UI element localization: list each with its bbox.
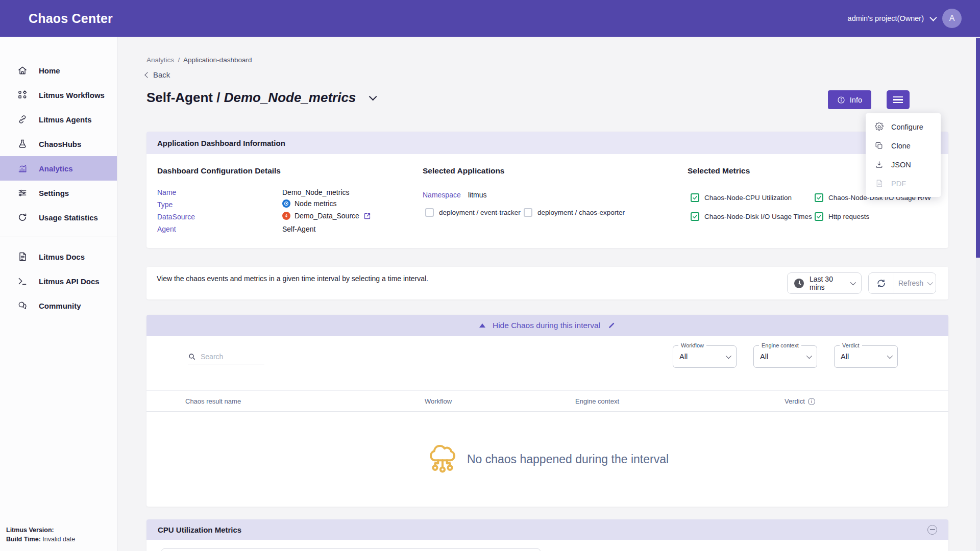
clock-icon — [794, 279, 804, 288]
sidebar-item-label: Analytics — [39, 164, 73, 173]
chevron-left-icon — [144, 72, 150, 78]
namespace-label: Namespace — [423, 191, 461, 199]
sidebar-item-litmus-workflows[interactable]: Litmus Workflows — [0, 83, 117, 107]
search-field — [188, 353, 264, 364]
clone-icon — [875, 141, 884, 150]
empty-message: No chaos happened during the interval — [467, 453, 669, 466]
sidebar-item-litmus-docs[interactable]: Litmus Docs — [0, 244, 117, 269]
chevron-down-icon — [927, 280, 933, 285]
cloud-network-icon — [426, 439, 459, 479]
back-button[interactable]: Back — [145, 70, 170, 79]
build-time-value: Invalid date — [42, 536, 75, 543]
title-chevron-down-icon[interactable] — [369, 93, 377, 101]
collapse-minus-icon[interactable] — [927, 525, 937, 535]
sidebar-item-label: Litmus Docs — [39, 253, 85, 261]
checkbox-event-tracker[interactable]: deployment / event-tracker — [425, 208, 521, 217]
menu-item-clone[interactable]: Clone — [866, 136, 941, 155]
selected-applications-title: Selected Applications — [423, 166, 505, 176]
cycle-icon — [17, 212, 28, 222]
top-header: Chaos Center admin's project(Owner) A — [0, 0, 980, 37]
sidebar-item-chaoshubs[interactable]: ChaosHubs — [0, 132, 117, 156]
time-range-value: Last 30 mins — [810, 275, 845, 291]
workflow-filter-select[interactable]: Workflow All — [673, 345, 737, 368]
sidebar-item-usage-statistics[interactable]: Usage Statistics — [0, 205, 117, 230]
sidebar-item-community[interactable]: Community — [0, 293, 117, 318]
menu-item-configure[interactable]: Configure — [866, 117, 941, 136]
edit-pencil-icon[interactable] — [607, 321, 616, 330]
config-agent-value: Self-Agent — [282, 225, 315, 233]
node-metrics-icon — [282, 199, 290, 208]
sidebar-item-label: Home — [39, 66, 60, 75]
dashboard-name: Demo_Node_metrics — [224, 90, 356, 105]
column-verdict: Verdict i — [785, 397, 815, 405]
engine-context-filter-select[interactable]: Engine context All — [753, 345, 817, 368]
config-name-value: Demo_Node_metrics — [282, 188, 350, 196]
verdict-info-icon[interactable]: i — [808, 398, 815, 405]
cpu-section-header: CPU Utilization Metrics — [146, 519, 948, 540]
dashboard-menu-button[interactable] — [887, 90, 910, 109]
checkbox-unchecked-icon — [425, 208, 434, 217]
avatar[interactable]: A — [942, 9, 962, 28]
panel-header: Application Dashboard Information — [146, 132, 948, 154]
file-icon — [875, 179, 884, 188]
checkbox-checked-icon — [691, 212, 699, 221]
verdict-filter-select[interactable]: Verdict All — [834, 345, 898, 368]
config-details-title: Dashboard Configuration Details — [157, 166, 281, 176]
refresh-now-button[interactable] — [869, 273, 894, 293]
project-switcher[interactable]: admin's project(Owner) — [848, 14, 935, 22]
cpu-chart-container — [161, 548, 541, 551]
chevron-down-icon — [806, 353, 812, 359]
chat-icon — [17, 300, 28, 311]
project-name: admin's project(Owner) — [848, 14, 924, 22]
time-interval-bar: View the chaos events and metrics in a g… — [146, 267, 948, 299]
sidebar-divider — [0, 237, 117, 237]
checkbox-http-requests[interactable]: Http requests — [815, 212, 869, 221]
checkbox-checked-icon — [815, 193, 823, 202]
search-icon — [188, 353, 196, 361]
chevron-down-icon — [929, 14, 937, 21]
checkbox-chaos-exporter[interactable]: deployment / chaos-exporter — [524, 208, 625, 217]
sidebar-item-label: ChaosHubs — [39, 140, 81, 148]
terminal-icon — [17, 276, 28, 286]
interval-description: View the chaos events and metrics in a g… — [157, 273, 443, 284]
breadcrumb-current: Application-dashboard — [183, 56, 252, 64]
sidebar-item-analytics[interactable]: Analytics — [0, 156, 117, 181]
app-title: Chaos Center — [29, 11, 113, 26]
checkbox-cpu-utilization[interactable]: Chaos-Node-CPU Utilization — [691, 193, 792, 202]
sidebar-item-litmus-agents[interactable]: Litmus Agents — [0, 107, 117, 132]
sidebar-item-label: Litmus Workflows — [39, 91, 105, 99]
checkbox-disk-io-times[interactable]: Chaos-Node-Disk I/O Usage Times — [691, 212, 812, 221]
chevron-down-icon — [887, 353, 893, 359]
selected-metrics-title: Selected Metrics — [688, 166, 750, 176]
link-icon — [17, 114, 28, 124]
hide-chaos-toggle[interactable]: Hide Chaos during this interval — [146, 315, 948, 336]
chevron-down-icon — [850, 280, 856, 285]
gear-icon — [875, 122, 884, 131]
menu-item-json[interactable]: JSON — [866, 155, 941, 174]
prometheus-icon — [282, 212, 290, 220]
info-button[interactable]: Info — [828, 90, 871, 109]
sliders-icon — [17, 188, 28, 198]
checkbox-unchecked-icon — [524, 208, 532, 217]
download-icon — [875, 160, 884, 169]
sidebar-item-settings[interactable]: Settings — [0, 181, 117, 205]
sidebar-item-home[interactable]: Home — [0, 58, 117, 83]
refresh-icon — [876, 279, 886, 288]
config-datasource-value: Demo_Data_Source — [282, 212, 371, 220]
checkbox-checked-icon — [691, 193, 699, 202]
hamburger-icon — [893, 96, 903, 103]
chevron-down-icon — [726, 353, 731, 359]
flask-icon — [17, 139, 28, 149]
checkbox-checked-icon — [815, 212, 823, 221]
scrollbar-thumb[interactable] — [976, 38, 980, 258]
column-workflow: Workflow — [425, 397, 452, 405]
search-input[interactable] — [201, 353, 257, 361]
external-link-icon[interactable] — [363, 212, 371, 220]
breadcrumb: Analytics / Application-dashboard — [146, 56, 252, 64]
document-icon — [17, 252, 28, 262]
home-icon — [17, 65, 28, 76]
time-range-selector[interactable]: Last 30 mins — [787, 272, 862, 294]
sidebar-item-litmus-api-docs[interactable]: Litmus API Docs — [0, 269, 117, 293]
breadcrumb-analytics[interactable]: Analytics — [146, 56, 174, 64]
refresh-interval-dropdown[interactable]: Refresh — [894, 273, 936, 293]
